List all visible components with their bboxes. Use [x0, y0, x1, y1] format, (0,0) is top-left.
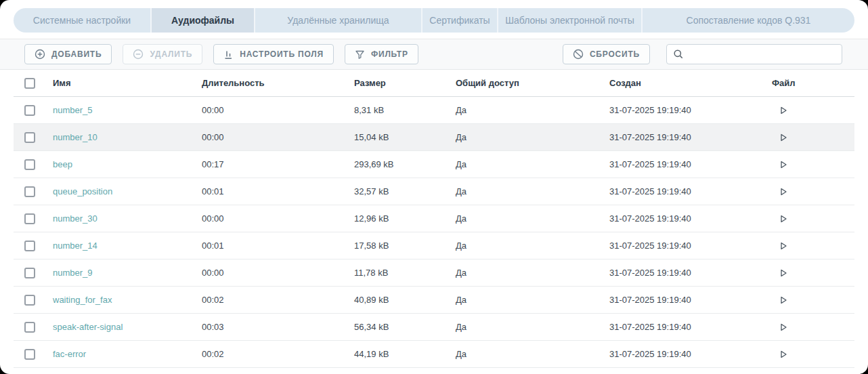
table-body: number_500:008,31 kBДа31-07-2025 19:19:4… [14, 97, 854, 368]
play-button[interactable] [772, 133, 788, 142]
play-button[interactable] [772, 106, 788, 115]
row-checkbox[interactable] [24, 322, 35, 333]
audio-files-table: Имя Длительность Размер Общий доступ Соз… [14, 70, 854, 368]
tab-6[interactable]: Сопоставление кодов Q.931 [641, 8, 854, 33]
table-header-row: Имя Длительность Размер Общий доступ Соз… [14, 70, 854, 97]
toolbar: ДОБАВИТЬ УДАЛИТЬ НАСТРОИТЬ ПОЛЯ ФИЛЬТР [0, 39, 868, 70]
row-checkbox[interactable] [24, 241, 35, 251]
play-icon [779, 160, 788, 169]
size-cell: 32,57 kB [354, 186, 456, 196]
file-name-link[interactable]: waiting_for_fax [53, 295, 112, 305]
row-checkbox[interactable] [24, 349, 35, 360]
play-icon [779, 268, 788, 278]
created-cell: 31-07-2025 19:19:40 [609, 295, 772, 305]
table-row: fac-error00:0244,19 kBДа31-07-2025 19:19… [14, 341, 854, 368]
filter-button[interactable]: ФИЛЬТР [345, 44, 418, 64]
filter-button-label: ФИЛЬТР [371, 49, 408, 59]
table-row: number_1400:0117,58 kBДа31-07-2025 19:19… [14, 232, 854, 259]
file-name-link[interactable]: number_10 [53, 132, 97, 142]
shared-cell: Да [456, 186, 609, 196]
shared-cell: Да [456, 132, 609, 142]
size-cell: 293,69 kB [354, 159, 456, 169]
file-name-link[interactable]: number_30 [53, 213, 97, 224]
tab-5[interactable]: Шаблоны электронной почты [497, 8, 641, 33]
duration-cell: 00:00 [202, 213, 354, 224]
duration-cell: 00:02 [202, 295, 354, 305]
table-row: waiting_for_fax00:0240,89 kBДа31-07-2025… [14, 287, 854, 314]
duration-cell: 00:00 [202, 132, 354, 142]
add-button-label: ДОБАВИТЬ [51, 49, 102, 59]
row-checkbox[interactable] [24, 268, 35, 278]
tab-1[interactable]: Системные настройки [14, 8, 150, 33]
column-header-created: Создан [609, 78, 772, 88]
select-all-checkbox[interactable] [24, 78, 35, 89]
duration-cell: 00:17 [202, 159, 354, 169]
play-button[interactable] [772, 214, 788, 224]
tab-2[interactable]: Аудиофайлы [150, 8, 254, 33]
row-checkbox[interactable] [24, 132, 35, 143]
play-button[interactable] [772, 350, 788, 359]
plus-circle-icon [35, 49, 45, 60]
file-name-link[interactable]: fac-error [53, 349, 86, 359]
delete-button-label: УДАЛИТЬ [150, 49, 192, 59]
file-name-link[interactable]: number_9 [53, 268, 93, 278]
duration-cell: 00:00 [202, 105, 354, 115]
column-header-name: Имя [53, 78, 202, 88]
play-button[interactable] [772, 323, 788, 332]
play-icon [779, 295, 788, 305]
column-header-shared: Общий доступ [456, 78, 609, 88]
search-icon [673, 49, 684, 62]
table-row: number_500:008,31 kBДа31-07-2025 19:19:4… [14, 97, 854, 124]
created-cell: 31-07-2025 19:19:40 [609, 241, 772, 251]
duration-cell: 00:01 [202, 241, 354, 251]
file-name-link[interactable]: beep [53, 159, 72, 169]
shared-cell: Да [456, 213, 609, 224]
delete-button[interactable]: УДАЛИТЬ [123, 44, 202, 64]
created-cell: 31-07-2025 19:19:40 [609, 132, 772, 142]
table-row: speak-after-signal00:0356,34 kBДа31-07-2… [14, 314, 854, 341]
configure-fields-label: НАСТРОИТЬ ПОЛЯ [240, 49, 324, 59]
table-row: number_900:0011,78 kBДа31-07-2025 19:19:… [14, 259, 854, 287]
add-button[interactable]: ДОБАВИТЬ [24, 44, 112, 64]
shared-cell: Да [456, 241, 609, 251]
size-cell: 15,04 kB [354, 132, 456, 142]
play-icon [779, 350, 788, 359]
play-button[interactable] [772, 160, 788, 169]
play-button[interactable] [772, 295, 788, 305]
reset-button[interactable]: СБРОСИТЬ [563, 44, 650, 64]
file-name-link[interactable]: number_5 [53, 105, 93, 115]
file-name-link[interactable]: queue_position [53, 186, 112, 196]
shared-cell: Да [456, 322, 609, 332]
row-checkbox[interactable] [24, 186, 35, 197]
audio-files-page: Системные настройкиАудиофайлыУдалённые х… [0, 0, 868, 374]
configure-fields-button[interactable]: НАСТРОИТЬ ПОЛЯ [213, 44, 334, 64]
search-input[interactable] [666, 44, 842, 64]
table-row: number_3000:0012,96 kBДа31-07-2025 19:19… [14, 205, 854, 232]
row-checkbox[interactable] [24, 213, 35, 224]
file-name-link[interactable]: number_14 [53, 241, 97, 251]
row-checkbox[interactable] [24, 105, 35, 116]
duration-cell: 00:01 [202, 186, 354, 196]
table-row: queue_position00:0132,57 kBДа31-07-2025 … [14, 178, 854, 205]
size-cell: 11,78 kB [354, 268, 456, 278]
play-icon [779, 323, 788, 332]
file-name-link[interactable]: speak-after-signal [53, 322, 123, 332]
filter-funnel-icon [355, 49, 365, 60]
duration-cell: 00:00 [202, 268, 354, 278]
ban-icon [573, 49, 584, 60]
tab-3[interactable]: Удалённые хранилища [254, 8, 421, 33]
duration-cell: 00:02 [202, 349, 354, 359]
shared-cell: Да [456, 105, 609, 115]
column-header-duration: Длительность [202, 78, 354, 88]
size-cell: 8,31 kB [354, 105, 456, 115]
tab-4[interactable]: Сертификаты [421, 8, 497, 33]
size-cell: 56,34 kB [354, 322, 456, 332]
tab-bar: Системные настройкиАудиофайлыУдалённые х… [14, 8, 854, 33]
row-checkbox[interactable] [24, 295, 35, 306]
play-button[interactable] [772, 268, 788, 278]
play-button[interactable] [772, 187, 788, 196]
play-button[interactable] [772, 241, 788, 251]
fields-columns-icon [223, 49, 234, 60]
play-icon [779, 214, 788, 224]
row-checkbox[interactable] [24, 159, 35, 170]
